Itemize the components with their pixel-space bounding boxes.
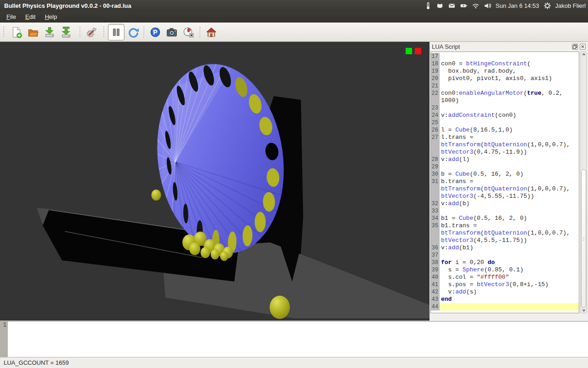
line-number: 34 [431,215,440,222]
code-editor[interactable]: 1718con0 = btHingeConstraint(19 box.body… [430,52,579,313]
run-icon: P [149,26,161,38]
code-line[interactable]: 38for i = 0,20 do [431,259,579,266]
code-line[interactable]: 33 [431,207,579,215]
pause-simulation-button[interactable] [108,24,124,40]
run-script-button[interactable]: P [147,24,163,40]
scrollbar-thumb[interactable] [581,169,586,308]
thermometer-icon[interactable] [424,2,432,10]
gear-icon[interactable] [543,2,551,10]
title-bar: Bullet Physics Playground v0.0.2 - 00-ra… [0,0,588,11]
mail-icon[interactable] [448,2,456,10]
code-line[interactable]: 36v:add(b1) [431,244,579,252]
line-number: 20 [431,75,440,82]
line-number: 39 [431,266,440,274]
toolbar-grip[interactable] [2,27,5,38]
console-content[interactable] [8,322,588,357]
timer-button[interactable] [181,24,196,40]
preferences-button[interactable] [84,24,100,40]
code-line[interactable]: 24v:addConstraint(con0) [431,112,579,119]
home-button[interactable] [204,24,219,40]
code-line[interactable]: 28v:add(l) [431,156,579,163]
window-title: Bullet Physics Playground v0.0.2 - 00-ra… [0,2,131,9]
line-number: 36 [431,244,440,252]
code-line[interactable]: btVector3(0,4.75,-11.9)) [431,149,579,156]
code-line[interactable]: 1000) [431,97,579,104]
menu-file[interactable]: File [2,12,21,22]
restart-simulation-button[interactable] [125,24,141,40]
panel-close-button[interactable]: ✕ [580,44,586,50]
code-line[interactable]: 23 [431,104,579,112]
code-line[interactable]: 17 [431,53,579,60]
code-line[interactable]: 20 pivot0, pivot1, axis0, axis1) [431,75,579,82]
code-line[interactable]: 29 [431,163,579,171]
code-line[interactable]: 39 s = Sphere(0.85, 0.1) [431,266,579,274]
code-line[interactable]: 30b = Cube(0.5, 16, 2, 0) [431,171,579,178]
code-line[interactable]: 25 [431,119,579,126]
line-number: 22 [431,90,440,97]
scene-canvas[interactable] [0,42,430,321]
code-line[interactable]: 18con0 = btHingeConstraint( [431,60,579,68]
code-line[interactable]: 42 v:add(s) [431,288,579,296]
menu-edit[interactable]: Edit [21,12,40,22]
line-number [431,230,440,237]
code-line[interactable]: 21 [431,82,579,90]
line-number [431,141,440,149]
code-line[interactable]: 43end [431,296,579,303]
code-line[interactable]: 41 s.pos = btVector3(0,8+i,-15) [431,281,579,288]
refresh-icon [127,26,139,38]
scroll-up-arrow[interactable] [582,53,586,55]
code-line[interactable]: 35b1.trans = [431,222,579,230]
screenshot-button[interactable] [164,24,180,40]
run-indicator[interactable] [406,48,412,54]
sphere [270,296,290,319]
line-number: 44 [431,303,440,310]
code-line[interactable]: 27l.trans = [431,134,579,141]
code-line[interactable]: btTransform(btQuaternion(1,0,0,0.7), [431,141,579,149]
toolbar-grip[interactable] [79,27,81,38]
code-line[interactable]: 19 box.body, rad.body, [431,68,579,75]
line-number: 17 [431,53,440,60]
viewport-3d[interactable] [0,42,430,321]
scrollbar-grip [583,237,584,241]
line-number: 29 [431,163,440,171]
line-number [431,97,440,104]
editor-scrollbar[interactable] [580,52,587,313]
menu-help[interactable]: Help [40,12,62,22]
new-file-button[interactable] [9,24,24,40]
battery-icon[interactable] [460,2,468,10]
code-line[interactable]: 26l = Cube(8,16.5,1,0) [431,126,579,134]
line-number: 31 [431,178,440,185]
user-menu[interactable]: Jakob Flierl [555,2,586,9]
line-number: 28 [431,156,440,163]
panel-title: LUA Script [432,43,460,50]
line-number: 32 [431,200,440,207]
console-line-number: 1 [0,322,8,357]
wifi-icon[interactable] [472,2,480,10]
clock[interactable]: Sun Jan 6 14:53 [496,2,539,9]
code-line[interactable]: btTransform(btQuaternion(1,0,0,0.7), [431,230,579,237]
code-line[interactable]: 31b.trans = [431,178,579,185]
stop-indicator[interactable] [415,48,421,54]
line-number: 27 [431,134,440,141]
save-file-button[interactable] [42,24,57,40]
volume-icon[interactable] [484,2,492,10]
restore-icon [573,45,577,49]
code-line[interactable]: 22con0:enableAngularMotor(true, 0.2, [431,90,579,97]
home-icon [205,26,217,38]
scroll-down-arrow[interactable] [582,310,586,312]
panel-float-button[interactable] [572,44,578,50]
code-line[interactable]: 37 [431,252,579,259]
open-file-button[interactable] [25,24,41,40]
code-line[interactable]: btVector3(4,5.5,-11.75)) [431,237,579,244]
toolbar-grip[interactable] [102,27,105,38]
code-line[interactable]: 40 s.col = "#ffff00" [431,274,579,281]
save-file-as-button[interactable] [58,24,74,40]
cat-icon[interactable] [436,2,444,10]
line-number: 23 [431,104,440,112]
code-line[interactable]: 44 [431,303,579,310]
code-line[interactable]: btVector3(-4,5.55,-11.75)) [431,193,579,200]
open-folder-icon [27,26,39,38]
code-line[interactable]: 34b1 = Cube(0.5, 16, 2, 0) [431,215,579,222]
code-line[interactable]: 32v:add(b) [431,200,579,207]
code-line[interactable]: btTransform(btQuaternion(1,0,0,0.7), [431,185,579,193]
